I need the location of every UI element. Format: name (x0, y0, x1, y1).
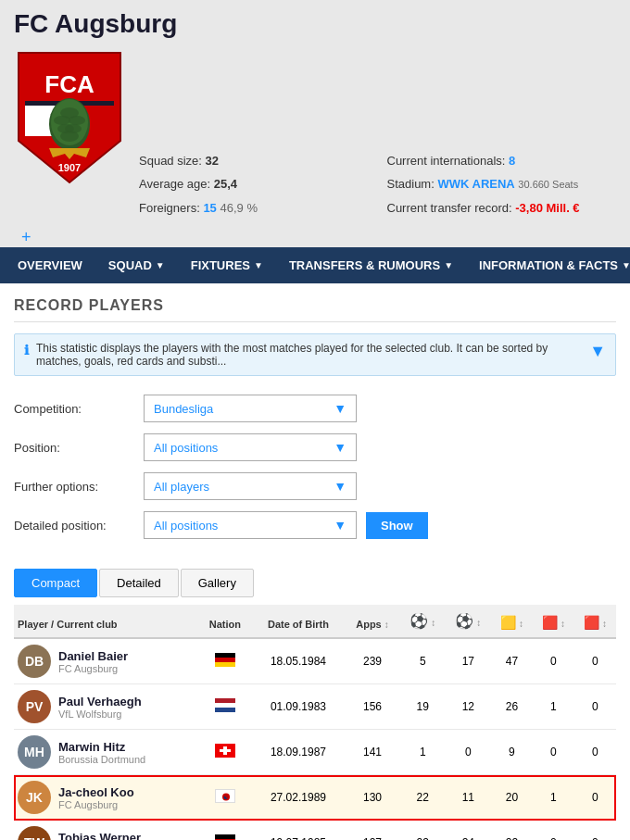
stadium-label: Stadium: (387, 177, 435, 191)
transfer-label: Current transfer record: (387, 201, 512, 215)
add-button[interactable]: + (14, 225, 39, 249)
player-assists: 24 (446, 821, 491, 840)
tab-compact[interactable]: Compact (14, 569, 97, 597)
position-filter-row: Position: All positions ▼ (14, 433, 616, 461)
tab-detailed[interactable]: Detailed (99, 569, 179, 597)
col-player: Player / Current club (14, 605, 198, 638)
player-assists: 12 (446, 684, 491, 730)
player-avatar: JK (18, 781, 51, 814)
assists-icon: ⚽ (455, 613, 473, 629)
player-cell-4: TW Tobias Werner VfB Stuttgart II (14, 821, 198, 840)
nav-fixtures[interactable]: FIXTURES ▼ (178, 247, 276, 283)
player-name[interactable]: Marwin Hitz (58, 740, 145, 754)
player-club[interactable]: FC Augsburg (58, 663, 128, 674)
detailed-select[interactable]: All positions ▼ (144, 511, 357, 539)
filter-section: Competition: Bundesliga ▼ Position: All … (14, 390, 616, 555)
player-name[interactable]: Daniel Baier (58, 649, 128, 663)
player-assists: 17 (446, 638, 491, 684)
foreigners-label: Foreigners: (139, 201, 200, 215)
player-goals: 5 (400, 638, 446, 684)
svg-rect-20 (215, 703, 235, 708)
player-nation (198, 730, 252, 775)
info-box: ℹ This statistic displays the players wi… (14, 333, 616, 376)
svg-text:FCA: FCA (44, 70, 94, 98)
transfers-arrow: ▼ (444, 260, 453, 270)
squad-size-label: Squad size: (139, 154, 202, 168)
yellow-icon: 🟨 (500, 615, 516, 630)
goals-icon: ⚽ (410, 613, 428, 629)
info-arrow: ▼ (622, 260, 630, 270)
nav-overview[interactable]: OVERVIEW (5, 247, 95, 283)
view-tabs: Compact Detailed Gallery (14, 569, 616, 597)
yr-sort: ↕ (561, 619, 565, 629)
players-table: Player / Current club Nation Date of Bir… (14, 605, 616, 840)
col-yr[interactable]: 🟥 ↕ (533, 605, 574, 638)
club-title: FC Augsburg (14, 9, 616, 39)
col-assists[interactable]: ⚽ ↕ (446, 605, 491, 638)
nav-transfers[interactable]: TRANSFERS & RUMOURS ▼ (276, 247, 466, 283)
player-avatar: MH (18, 735, 51, 769)
player-name[interactable]: Tobias Werner (58, 831, 141, 840)
player-cell-0: DB Daniel Baier FC Augsburg (14, 638, 198, 684)
player-apps: 130 (345, 775, 399, 821)
competition-filter-row: Competition: Bundesliga ▼ (14, 395, 616, 422)
further-label: Further options: (14, 480, 144, 494)
player-yr: 1 (533, 775, 574, 821)
internationals-value[interactable]: 8 (509, 154, 515, 168)
player-name[interactable]: Ja-cheol Koo (58, 785, 134, 799)
player-apps: 141 (345, 730, 399, 775)
player-cell-3: JK Ja-cheol Koo FC Augsburg (14, 775, 198, 821)
svg-rect-24 (220, 749, 231, 752)
competition-select[interactable]: Bundesliga ▼ (144, 395, 357, 422)
navigation: OVERVIEW SQUAD ▼ FIXTURES ▼ TRANSFERS & … (0, 247, 630, 283)
further-select[interactable]: All players ▼ (144, 472, 357, 500)
squad-arrow: ▼ (156, 260, 165, 270)
col-red[interactable]: 🟥 ↕ (574, 605, 616, 638)
player-yellow: 9 (491, 730, 533, 775)
player-club[interactable]: VfL Wolfsburg (58, 708, 142, 720)
club-logo: FCA 1907 (14, 48, 125, 187)
player-nation (198, 821, 252, 840)
nav-info-facts[interactable]: INFORMATION & FACTS ▼ (466, 247, 630, 283)
player-name[interactable]: Paul Verhaegh (58, 695, 142, 708)
show-button[interactable]: Show (366, 512, 428, 539)
player-dob: 18.09.1987 (252, 730, 346, 775)
avg-age-label: Average age: (139, 177, 210, 191)
expand-icon[interactable]: ▼ (589, 342, 606, 361)
nav-squad[interactable]: SQUAD ▼ (95, 247, 178, 283)
competition-arrow: ▼ (334, 401, 346, 416)
player-goals: 23 (400, 821, 446, 840)
svg-rect-28 (215, 834, 235, 839)
tab-gallery[interactable]: Gallery (181, 569, 254, 597)
player-apps: 156 (345, 684, 399, 730)
info-description: This statistic displays the players with… (36, 342, 582, 368)
foreigners-pct: 46,9 % (220, 201, 257, 215)
table-row: PV Paul Verhaegh VfL Wolfsburg 01.09.198… (14, 684, 616, 730)
table-row: JK Ja-cheol Koo FC Augsburg ☯ 27.02.1989… (14, 775, 616, 821)
foreigners-value[interactable]: 15 (203, 201, 216, 215)
col-goals[interactable]: ⚽ ↕ (400, 605, 446, 638)
player-apps: 127 (345, 821, 399, 840)
svg-point-9 (54, 116, 70, 125)
player-club[interactable]: Borussia Dortmund (58, 754, 145, 765)
squad-size-value: 32 (206, 154, 219, 168)
col-apps[interactable]: Apps ↕ (345, 605, 399, 638)
detailed-label: Detailed position: (14, 519, 144, 533)
player-goals: 19 (400, 684, 446, 730)
player-goals: 22 (400, 775, 446, 821)
col-yellow[interactable]: 🟨 ↕ (491, 605, 533, 638)
stadium-seats: 30.660 Seats (518, 179, 578, 190)
player-red: 0 (574, 638, 616, 684)
assists-sort: ↕ (476, 618, 481, 628)
player-yr: 0 (533, 821, 574, 840)
player-dob: 01.09.1983 (252, 684, 346, 730)
position-select[interactable]: All positions ▼ (144, 433, 357, 461)
transfer-value: -3,80 Mill. € (515, 201, 579, 215)
player-club[interactable]: FC Augsburg (58, 799, 134, 810)
player-assists: 0 (446, 730, 491, 775)
avg-age-value: 25,4 (214, 177, 237, 191)
table-row: MH Marwin Hitz Borussia Dortmund 18.09.1… (14, 730, 616, 775)
svg-rect-21 (215, 708, 235, 712)
stadium-name[interactable]: WWK ARENA (437, 177, 514, 191)
position-label: Position: (14, 441, 144, 455)
